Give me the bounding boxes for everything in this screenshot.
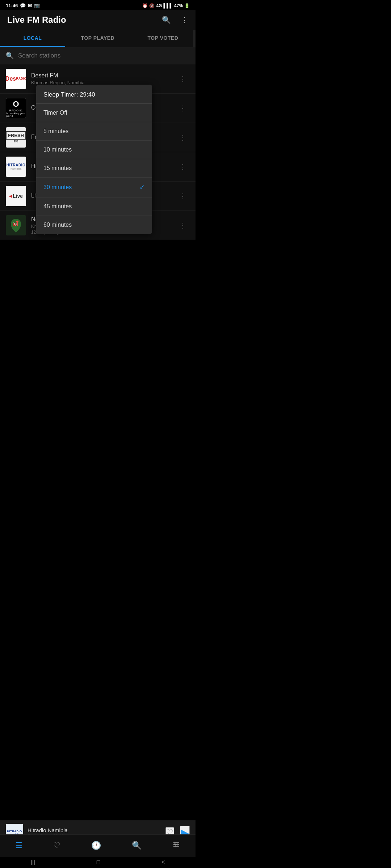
header-actions: 🔍 ⋮ [160,14,190,26]
search-header-button[interactable]: 🔍 [160,14,172,26]
status-time: 11:46 [6,3,18,8]
station-more-fresh-fm[interactable]: ⋮ [176,132,190,143]
timer-45min-option[interactable]: 45 minutes [36,197,152,216]
more-menu-button[interactable]: ⋮ [180,14,190,26]
whatsapp-icon: 💬 [20,3,26,8]
battery-icon: 🔋 [184,3,190,8]
battery-text: 47% [174,3,183,8]
media-icon: 📷 [34,3,40,8]
search-icon: 🔍 [6,52,14,60]
timer-15min-option[interactable]: 15 minutes [36,159,152,178]
station-more-live[interactable]: ⋮ [176,190,190,202]
scroll-indicator [193,30,196,47]
station-name-desert-fm: Desert FM [31,72,176,79]
station-logo-nam-radio [6,215,26,235]
station-list: Des RADIO Desert FM Khomas Region, Namib… [0,64,196,240]
status-left: 11:46 💬 ✉ 📷 [6,3,40,8]
station-logo-ofm: O RADIO 91 fm rocking your world [6,98,26,118]
svg-point-1 [16,221,18,223]
station-more-desert-fm[interactable]: ⋮ [176,73,190,85]
mute-icon: 🔇 [149,3,155,8]
app-header: Live FM Radio 🔍 ⋮ [0,10,196,30]
app-title: Live FM Radio [7,15,66,25]
timer-5min-option[interactable]: 5 minutes [36,122,152,141]
alarm-icon: ⏰ [142,3,148,8]
station-more-ofm[interactable]: ⋮ [176,102,190,114]
message-icon: ✉ [28,3,32,8]
station-more-nam-radio[interactable]: ⋮ [176,220,190,231]
dropdown-header: Sleep Timer: 29:40 [36,85,152,104]
timer-off-option[interactable]: Timer Off [36,104,152,122]
sleep-timer-dropdown: Sleep Timer: 29:40 Timer Off 5 minutes 1… [36,85,152,234]
station-info-desert-fm: Desert FM Khomas Region, Namibia [31,72,176,85]
station-more-hitradio[interactable]: ⋮ [176,161,190,173]
station-item-desert-fm[interactable]: Des RADIO Desert FM Khomas Region, Namib… [0,64,196,94]
search-bar: 🔍 [0,47,196,64]
tab-local[interactable]: LOCAL [0,30,65,47]
signal-icon: ▌▌▌ [163,3,173,8]
search-input[interactable] [18,52,190,59]
timer-60min-option[interactable]: 60 minutes [36,216,152,234]
station-logo-hitradio: HITRADIO namibia [6,157,26,177]
timer-30min-option[interactable]: 30 minutes ✓ [36,178,152,197]
station-logo-desert-fm: Des RADIO [6,69,26,89]
station-logo-live: ◀ Live [6,186,26,206]
status-right: ⏰ 🔇 4G ▌▌▌ 47% 🔋 [142,3,190,8]
tab-bar: LOCAL TOP PLAYED TOP VOTED [0,30,196,47]
tab-top-played[interactable]: TOP PLAYED [65,30,130,47]
station-logo-fresh-fm: FRESH FM [6,127,26,148]
status-bar: 11:46 💬 ✉ 📷 ⏰ 🔇 4G ▌▌▌ 47% 🔋 [0,0,196,10]
network-icon: 4G [156,3,162,8]
timer-10min-option[interactable]: 10 minutes [36,141,152,159]
tab-top-voted[interactable]: TOP VOTED [130,30,196,47]
selected-check-icon: ✓ [139,183,145,191]
